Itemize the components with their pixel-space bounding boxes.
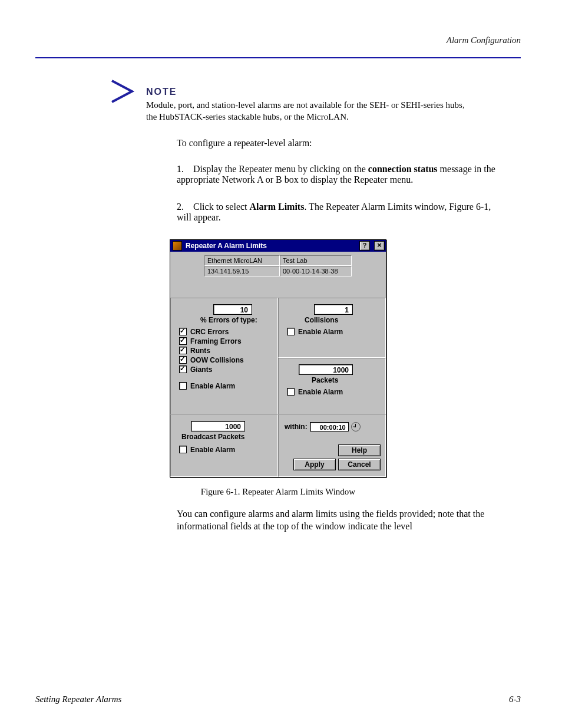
device-ip: 134.141.59.15: [204, 266, 280, 276]
collisions-enable-checkbox[interactable]: [287, 328, 295, 335]
oow-collisions-label: OOW Collisions: [190, 356, 244, 364]
device-name: Ethernet MicroLAN: [204, 255, 280, 266]
step-2-bold: Alarm Limits: [250, 202, 305, 212]
device-location: Test Lab: [280, 255, 352, 266]
framing-errors-checkbox[interactable]: [179, 337, 187, 345]
packets-enable-label: Enable Alarm: [298, 388, 343, 396]
help-button[interactable]: Help: [338, 444, 381, 456]
giants-label: Giants: [190, 365, 212, 374]
app-icon: [173, 241, 182, 251]
actions-panel: within: 00:00:10 Help Apply Cancel: [278, 414, 386, 477]
runts-label: Runts: [190, 347, 210, 355]
note-block: NOTE Module, port, and station-level ala…: [106, 75, 518, 123]
page-footer: Setting Repeater Alarms 6-3: [35, 694, 521, 704]
note-label: NOTE: [146, 87, 476, 97]
collisions-enable-label: Enable Alarm: [298, 328, 343, 336]
step-1: 1. Display the Repeater menu by clicking…: [177, 164, 507, 185]
footer-right: 6-3: [509, 694, 521, 704]
errors-enable-checkbox[interactable]: [179, 382, 187, 390]
errors-panel: 10 % Errors of type: CRC Errors Framing …: [170, 298, 278, 414]
errors-value[interactable]: 10: [213, 304, 252, 315]
step-2-number: 2.: [177, 202, 191, 212]
footer-left: Setting Repeater Alarms: [35, 694, 121, 704]
apply-button[interactable]: Apply: [293, 459, 336, 470]
broadcast-enable-checkbox[interactable]: [179, 446, 187, 453]
step-1-number: 1.: [177, 164, 191, 174]
titlebar-close-button[interactable]: [374, 241, 385, 251]
broadcast-panel: 1000 Broadcast Packets Enable Alarm: [170, 414, 278, 477]
step-1-bold: connection status: [368, 164, 438, 174]
within-label: within:: [285, 423, 308, 431]
header-rule: [35, 57, 521, 58]
cancel-button[interactable]: Cancel: [338, 459, 381, 470]
step-1-text-before: Display the Repeater menu by clicking on…: [193, 164, 368, 174]
step-2: 2. Click to select Alarm Limits. The Rep…: [177, 202, 507, 223]
errors-label: % Errors of type:: [200, 316, 272, 324]
step-2-text-before: Click to select: [193, 202, 250, 212]
post-figure-text: You can configure alarms and alarm limit…: [177, 508, 507, 533]
broadcast-label: Broadcast Packets: [181, 433, 272, 441]
within-value[interactable]: 00:00:10: [310, 422, 349, 431]
packets-enable-checkbox[interactable]: [287, 388, 295, 396]
framing-errors-label: Framing Errors: [190, 337, 242, 345]
broadcast-enable-label: Enable Alarm: [190, 446, 235, 454]
crc-errors-checkbox[interactable]: [179, 328, 187, 335]
note-text: Module, port, and station-level alarms a…: [146, 100, 476, 123]
titlebar-title: Repeater A Alarm Limits: [186, 242, 355, 250]
giants-checkbox[interactable]: [179, 365, 187, 373]
packets-panel: 1000 Packets Enable Alarm: [278, 358, 386, 414]
collisions-value[interactable]: 1: [314, 304, 353, 315]
alarm-limits-dialog: Repeater A Alarm Limits Ethernet MicroLA…: [170, 239, 386, 477]
device-mac: 00-00-1D-14-38-38: [280, 266, 352, 276]
runts-checkbox[interactable]: [179, 347, 187, 354]
packets-value[interactable]: 1000: [299, 364, 353, 375]
broadcast-value[interactable]: 1000: [191, 421, 245, 431]
collisions-panel: 1 Collisions Enable Alarm: [278, 298, 386, 358]
body-intro: To configure a repeater-level alarm:: [177, 137, 507, 150]
note-arrow-icon: [106, 75, 138, 108]
titlebar[interactable]: Repeater A Alarm Limits: [170, 240, 386, 252]
clock-icon[interactable]: [351, 422, 361, 431]
figure-caption: Figure 6-1. Repeater Alarm Limits Window: [35, 487, 521, 497]
crc-errors-label: CRC Errors: [190, 328, 229, 336]
collisions-label: Collisions: [305, 316, 379, 324]
device-info-block: Ethernet MicroLAN Test Lab 134.141.59.15…: [170, 252, 386, 281]
oow-collisions-checkbox[interactable]: [179, 356, 187, 364]
packets-label: Packets: [312, 376, 379, 384]
page-header-section: Alarm Configuration: [35, 35, 521, 45]
titlebar-help-button[interactable]: [359, 241, 370, 251]
errors-enable-label: Enable Alarm: [190, 382, 235, 390]
